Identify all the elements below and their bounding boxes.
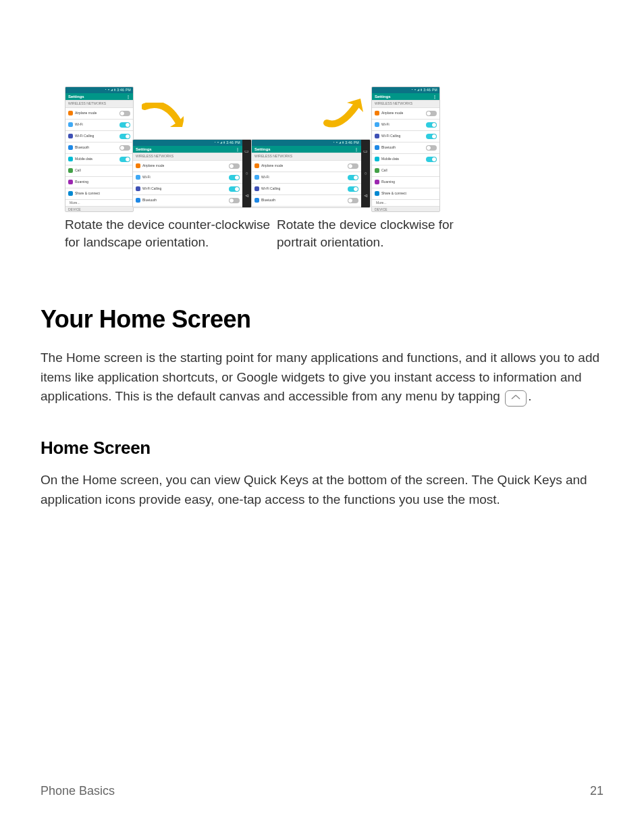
footer-section-name: Phone Basics (41, 782, 115, 800)
intro-paragraph: The Home screen is the starting point fo… (41, 348, 603, 407)
footer-page-number: 21 (590, 782, 603, 800)
phone-portrait-right: ▪ ▾ ◢ ▮3:46 PM Settings⋮ WIRELESS NETWOR… (371, 86, 440, 212)
section-header: WIRELESS NETWORKS (65, 100, 133, 108)
phone-landscape-left: ▪ ▾ ◢ ▮3:46 PM Settings⋮ WIRELESS NETWOR… (132, 139, 252, 208)
heading-home-screen: Home Screen (41, 435, 603, 461)
rotate-cw-arrow-icon (321, 99, 363, 128)
home-button-icon (505, 390, 527, 407)
caption-rotate-cw: Rotate the device clockwise for portrait… (277, 216, 493, 251)
rotate-ccw-arrow-icon (142, 103, 184, 130)
home-screen-paragraph: On the Home screen, you can view Quick K… (41, 471, 603, 509)
heading-your-home-screen: Your Home Screen (41, 301, 603, 338)
status-bar: ▪ ▾ ◢ ▮ 3:46 PM (65, 87, 133, 93)
rotation-illustration: ▪ ▾ ◢ ▮ 3:46 PM Settings⋮ WIRELESS NETWO… (41, 86, 603, 243)
caption-rotate-ccw: Rotate the device counter-clockwise for … (65, 216, 281, 251)
phone-landscape-right: ▪ ▾ ◢ ▮3:46 PM Settings⋮ WIRELESS NETWOR… (251, 139, 371, 208)
phone-portrait-left: ▪ ▾ ◢ ▮ 3:46 PM Settings⋮ WIRELESS NETWO… (65, 86, 134, 212)
app-title-bar: Settings⋮ (65, 93, 133, 100)
